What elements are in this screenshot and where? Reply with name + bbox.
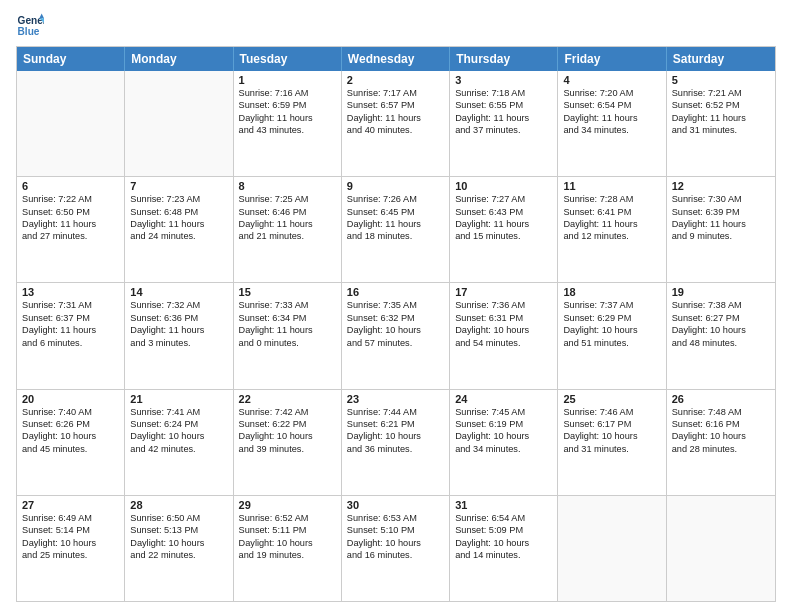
cell-info-line: and 3 minutes. bbox=[130, 337, 227, 349]
cell-info-line: Daylight: 10 hours bbox=[239, 537, 336, 549]
cell-info-line: Sunrise: 7:36 AM bbox=[455, 299, 552, 311]
cell-info-line: Daylight: 10 hours bbox=[455, 430, 552, 442]
day-number: 7 bbox=[130, 180, 227, 192]
cell-info-line: Sunset: 6:26 PM bbox=[22, 418, 119, 430]
cell-info-line: Sunrise: 7:20 AM bbox=[563, 87, 660, 99]
day-number: 22 bbox=[239, 393, 336, 405]
cell-info-line: and 34 minutes. bbox=[455, 443, 552, 455]
cell-info-line: Daylight: 10 hours bbox=[347, 430, 444, 442]
day-number: 21 bbox=[130, 393, 227, 405]
cell-info-line: Sunset: 6:17 PM bbox=[563, 418, 660, 430]
cell-info-line: and 16 minutes. bbox=[347, 549, 444, 561]
day-number: 3 bbox=[455, 74, 552, 86]
cell-info-line: and 14 minutes. bbox=[455, 549, 552, 561]
calendar: SundayMondayTuesdayWednesdayThursdayFrid… bbox=[16, 46, 776, 602]
cell-info-line: Daylight: 11 hours bbox=[563, 112, 660, 124]
cell-info-line: Sunset: 6:34 PM bbox=[239, 312, 336, 324]
cell-info-line: and 34 minutes. bbox=[563, 124, 660, 136]
header-day-saturday: Saturday bbox=[667, 47, 775, 71]
empty-cell bbox=[125, 71, 233, 176]
day-cell-1: 1Sunrise: 7:16 AMSunset: 6:59 PMDaylight… bbox=[234, 71, 342, 176]
day-number: 12 bbox=[672, 180, 770, 192]
cell-info-line: Daylight: 10 hours bbox=[672, 430, 770, 442]
cell-info-line: Sunset: 5:14 PM bbox=[22, 524, 119, 536]
cell-info-line: Sunrise: 7:25 AM bbox=[239, 193, 336, 205]
cell-info-line: and 36 minutes. bbox=[347, 443, 444, 455]
cell-info-line: and 19 minutes. bbox=[239, 549, 336, 561]
empty-cell bbox=[558, 496, 666, 601]
cell-info-line: Sunset: 6:29 PM bbox=[563, 312, 660, 324]
cell-info-line: Sunset: 6:24 PM bbox=[130, 418, 227, 430]
day-number: 24 bbox=[455, 393, 552, 405]
cell-info-line: Sunset: 6:27 PM bbox=[672, 312, 770, 324]
cell-info-line: Sunrise: 7:46 AM bbox=[563, 406, 660, 418]
day-number: 2 bbox=[347, 74, 444, 86]
day-cell-13: 13Sunrise: 7:31 AMSunset: 6:37 PMDayligh… bbox=[17, 283, 125, 388]
logo: General Blue bbox=[16, 12, 44, 40]
cell-info-line: Daylight: 11 hours bbox=[130, 218, 227, 230]
cell-info-line: and 45 minutes. bbox=[22, 443, 119, 455]
cell-info-line: Sunset: 6:50 PM bbox=[22, 206, 119, 218]
calendar-week-2: 6Sunrise: 7:22 AMSunset: 6:50 PMDaylight… bbox=[17, 176, 775, 282]
cell-info-line: Sunrise: 7:33 AM bbox=[239, 299, 336, 311]
day-number: 25 bbox=[563, 393, 660, 405]
cell-info-line: Daylight: 11 hours bbox=[22, 324, 119, 336]
day-cell-24: 24Sunrise: 7:45 AMSunset: 6:19 PMDayligh… bbox=[450, 390, 558, 495]
day-number: 13 bbox=[22, 286, 119, 298]
cell-info-line: and 51 minutes. bbox=[563, 337, 660, 349]
cell-info-line: Sunset: 6:48 PM bbox=[130, 206, 227, 218]
cell-info-line: Daylight: 11 hours bbox=[347, 112, 444, 124]
cell-info-line: Sunset: 5:09 PM bbox=[455, 524, 552, 536]
day-cell-14: 14Sunrise: 7:32 AMSunset: 6:36 PMDayligh… bbox=[125, 283, 233, 388]
day-number: 16 bbox=[347, 286, 444, 298]
cell-info-line: and 28 minutes. bbox=[672, 443, 770, 455]
cell-info-line: Daylight: 11 hours bbox=[563, 218, 660, 230]
cell-info-line: Sunrise: 7:38 AM bbox=[672, 299, 770, 311]
cell-info-line: and 21 minutes. bbox=[239, 230, 336, 242]
cell-info-line: Daylight: 10 hours bbox=[455, 324, 552, 336]
day-cell-8: 8Sunrise: 7:25 AMSunset: 6:46 PMDaylight… bbox=[234, 177, 342, 282]
day-cell-10: 10Sunrise: 7:27 AMSunset: 6:43 PMDayligh… bbox=[450, 177, 558, 282]
cell-info-line: Sunset: 6:59 PM bbox=[239, 99, 336, 111]
day-number: 18 bbox=[563, 286, 660, 298]
day-number: 27 bbox=[22, 499, 119, 511]
header-day-wednesday: Wednesday bbox=[342, 47, 450, 71]
day-number: 6 bbox=[22, 180, 119, 192]
calendar-body: 1Sunrise: 7:16 AMSunset: 6:59 PMDaylight… bbox=[17, 71, 775, 601]
cell-info-line: Daylight: 10 hours bbox=[130, 537, 227, 549]
day-cell-17: 17Sunrise: 7:36 AMSunset: 6:31 PMDayligh… bbox=[450, 283, 558, 388]
day-cell-20: 20Sunrise: 7:40 AMSunset: 6:26 PMDayligh… bbox=[17, 390, 125, 495]
cell-info-line: and 9 minutes. bbox=[672, 230, 770, 242]
cell-info-line: Sunset: 6:32 PM bbox=[347, 312, 444, 324]
header-day-thursday: Thursday bbox=[450, 47, 558, 71]
cell-info-line: Daylight: 10 hours bbox=[347, 537, 444, 549]
cell-info-line: Sunset: 6:46 PM bbox=[239, 206, 336, 218]
cell-info-line: Sunrise: 7:23 AM bbox=[130, 193, 227, 205]
day-number: 5 bbox=[672, 74, 770, 86]
day-cell-5: 5Sunrise: 7:21 AMSunset: 6:52 PMDaylight… bbox=[667, 71, 775, 176]
day-number: 17 bbox=[455, 286, 552, 298]
cell-info-line: Sunset: 6:22 PM bbox=[239, 418, 336, 430]
day-cell-25: 25Sunrise: 7:46 AMSunset: 6:17 PMDayligh… bbox=[558, 390, 666, 495]
cell-info-line: Daylight: 11 hours bbox=[239, 324, 336, 336]
day-number: 8 bbox=[239, 180, 336, 192]
cell-info-line: Sunset: 6:43 PM bbox=[455, 206, 552, 218]
cell-info-line: Sunrise: 6:53 AM bbox=[347, 512, 444, 524]
day-cell-26: 26Sunrise: 7:48 AMSunset: 6:16 PMDayligh… bbox=[667, 390, 775, 495]
cell-info-line: Sunset: 6:37 PM bbox=[22, 312, 119, 324]
day-number: 26 bbox=[672, 393, 770, 405]
cell-info-line: and 25 minutes. bbox=[22, 549, 119, 561]
cell-info-line: Sunset: 5:10 PM bbox=[347, 524, 444, 536]
cell-info-line: and 42 minutes. bbox=[130, 443, 227, 455]
cell-info-line: and 37 minutes. bbox=[455, 124, 552, 136]
cell-info-line: and 31 minutes. bbox=[672, 124, 770, 136]
calendar-week-4: 20Sunrise: 7:40 AMSunset: 6:26 PMDayligh… bbox=[17, 389, 775, 495]
cell-info-line: Daylight: 11 hours bbox=[672, 218, 770, 230]
cell-info-line: Sunrise: 7:32 AM bbox=[130, 299, 227, 311]
day-cell-21: 21Sunrise: 7:41 AMSunset: 6:24 PMDayligh… bbox=[125, 390, 233, 495]
cell-info-line: Sunrise: 7:21 AM bbox=[672, 87, 770, 99]
cell-info-line: Daylight: 11 hours bbox=[22, 218, 119, 230]
cell-info-line: Daylight: 11 hours bbox=[239, 112, 336, 124]
day-number: 19 bbox=[672, 286, 770, 298]
cell-info-line: Sunrise: 7:18 AM bbox=[455, 87, 552, 99]
